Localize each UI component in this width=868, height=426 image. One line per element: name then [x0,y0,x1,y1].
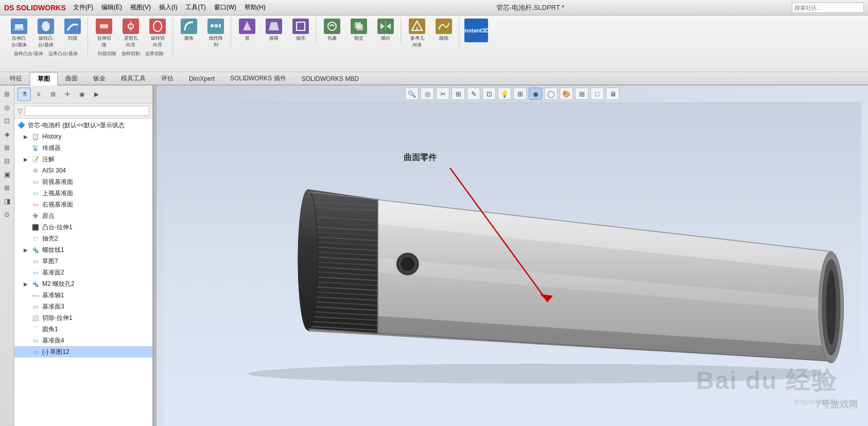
tab-features[interactable]: 特征 [2,72,30,85]
viewport[interactable]: 🔍 ◎ ✂ ⊞ ✎ ⊡ 💡 ⊞ ◉ ◯ 🎨 ⊞ □ 🖥 [157,86,868,426]
tree-right-plane[interactable]: ▭ 右视基准面 [14,199,152,210]
menu-file[interactable]: 文件(F) [70,2,96,13]
search-input[interactable] [792,3,864,13]
left-icon-5[interactable]: ⊞ [1,141,13,154]
sidebar-driveworksxpress-icon[interactable]: ✛ [61,88,74,101]
plane4-icon: ▭ [31,336,40,345]
menu-insert[interactable]: 插入(I) [156,2,180,13]
curves-btn[interactable]: 曲线 [431,18,457,49]
mirror-btn[interactable]: 镜向 [373,18,398,43]
filter-input[interactable] [25,106,149,116]
tree-m2-thread2[interactable]: ▶ 🔩 M2 螺纹孔2 [14,278,152,289]
tab-evaluate[interactable]: 评估 [153,72,181,85]
left-icon-1[interactable]: ⊞ [1,88,13,100]
tree-thread1[interactable]: ▶ 🔩 螺纹线1 [14,244,152,255]
shell2-icon: □ [31,234,40,243]
vp-shaded-btn[interactable]: ◉ [529,88,542,100]
extrude-boss-btn[interactable]: 拉伸凸台/基体 [6,18,32,49]
vp-scene-btn[interactable]: □ [591,88,604,100]
svg-rect-8 [215,24,218,27]
draft-btn[interactable]: 拔模 [261,18,287,43]
vp-monitor-btn[interactable]: 🖥 [606,88,619,100]
linear-pattern-btn[interactable]: 线性阵列 [203,18,229,49]
svg-marker-17 [387,23,391,29]
origin-icon: ✚ [31,211,40,220]
wrap-btn[interactable]: 包裹 [319,18,345,43]
left-icon-9[interactable]: ◨ [1,195,13,207]
tree-shell2[interactable]: □ 抽壳2 [14,233,152,244]
intersect-btn[interactable]: 相交 [346,18,372,43]
hole-wizard-btn[interactable]: 异型孔向导 [118,18,144,49]
tree-fillet1[interactable]: ⌒ 圆角1 [14,323,152,335]
vp-search-btn[interactable]: 🔍 [405,88,419,100]
tab-sketch[interactable]: 草图 [30,72,58,86]
sidebar-config-icon[interactable]: ⊞ [46,88,60,101]
sidebar-more-icon[interactable]: ▶ [90,88,103,101]
revolve-boss-btn[interactable]: 旋转凸台/基体 [33,18,59,49]
fillet1-icon: ⌒ [31,325,40,334]
tree-part-root[interactable]: 🔷 管芯-电池杆 (默认<<默认>显示状态 [14,120,152,131]
tree-annotations[interactable]: ▶ 📝 注解 [14,154,152,165]
vp-view-orient-btn[interactable]: ⊞ [452,88,465,100]
tab-dimxpert[interactable]: DimXpert [181,73,222,84]
feature-tree: 🔷 管芯-电池杆 (默认<<默认>显示状态 ▶ 📋 History 📡 传感器 … [14,118,152,426]
tree-sensor[interactable]: 📡 传感器 [14,142,152,154]
fillet-btn[interactable]: 圆角 [176,18,202,49]
left-icon-6[interactable]: ⊟ [1,155,13,167]
tab-sw-mbd[interactable]: SOLIDWORKS MBD [294,73,367,84]
left-icon-8[interactable]: ⊞ [1,181,13,194]
tree-material[interactable]: ⚙ AISI 304 [14,165,152,176]
vp-zoom-btn[interactable]: ⊡ [482,88,496,100]
menu-tools[interactable]: 工具(T) [182,2,209,13]
left-icon-7[interactable]: ▣ [1,168,13,180]
vp-section-btn[interactable]: ✂ [436,88,449,100]
svg-rect-3 [100,24,108,28]
sidebar-appearance-icon[interactable]: ◉ [75,88,89,101]
tree-plane4[interactable]: ▭ 基准面4 [14,335,152,346]
left-icon-3[interactable]: ⊡ [1,114,13,127]
left-icon-4[interactable]: ◈ [1,128,13,140]
vp-edges-btn[interactable]: ◯ [544,88,558,100]
menu-edit[interactable]: 编辑(E) [98,2,125,13]
tab-surface[interactable]: 曲面 [58,72,85,85]
left-icon-2[interactable]: ◎ [1,101,13,113]
shell-btn[interactable]: 抽壳 [288,18,314,43]
boss-extrude1-icon: ⬛ [31,223,40,232]
tree-plane3[interactable]: ▭ 基准面3 [14,301,152,312]
tree-top-plane[interactable]: ▭ 上视基准面 [14,188,152,199]
vp-shadows-btn[interactable]: ⊞ [575,88,588,100]
search-area[interactable] [792,3,864,13]
sidebar-featuretree-icon[interactable]: ⚗ [18,88,31,101]
vp-realview-btn[interactable]: 🎨 [560,88,573,100]
tree-cut-extrude1[interactable]: ⬜ 切除-拉伸1 [14,312,152,323]
vp-select-btn[interactable]: ◎ [421,88,434,100]
tree-ref-axis1[interactable]: — 基准轴1 [14,289,152,301]
tree-sketch12[interactable]: ▭ (-) 草图12 [14,346,152,357]
tree-boss-extrude1[interactable]: ⬛ 凸台-拉伸1 [14,221,152,233]
tree-sketch7[interactable]: ▭ 草图7 [14,255,152,267]
left-icon-10[interactable]: ⊙ [1,208,13,220]
history-arrow: ▶ [24,134,31,140]
menu-window[interactable]: 窗口(W) [211,2,239,13]
tree-plane2[interactable]: ▭ 基准面2 [14,267,152,278]
vp-lights-btn[interactable]: 💡 [498,88,511,100]
sidebar-properties-icon[interactable]: ≡ [32,88,45,101]
tree-history[interactable]: ▶ 📋 History [14,131,152,142]
instant3d-btn[interactable]: Instant3D [462,18,490,44]
app-logo: DS SOLIDWORKS [4,4,66,12]
revolve-cut-btn[interactable]: 旋转切向导 [145,18,170,49]
menu-view[interactable]: 视图(V) [127,2,154,13]
tab-mold[interactable]: 模具工具 [113,72,153,85]
tab-sheet-metal[interactable]: 钣金 [85,72,113,85]
sweep-boss-btn[interactable]: 扫描 [60,18,85,49]
tree-origin[interactable]: ✚ 原点 [14,210,152,221]
tab-sw-addins[interactable]: SOLIDWORKS 插件 [222,72,294,85]
rib-btn[interactable]: 筋 [234,18,260,43]
tree-front-plane[interactable]: ▭ 前视基准面 [14,176,152,188]
extrude-cut-btn[interactable]: 拉伸切除 [91,18,117,49]
ref-geometry-btn[interactable]: 参考几何体 [404,18,430,49]
menu-help[interactable]: 帮助(H) [241,2,269,13]
vp-sketch-btn[interactable]: ✎ [467,88,480,100]
menu-bar[interactable]: 文件(F) 编辑(E) 视图(V) 插入(I) 工具(T) 窗口(W) 帮助(H… [70,2,269,13]
vp-display-btn[interactable]: ⊞ [513,88,527,100]
